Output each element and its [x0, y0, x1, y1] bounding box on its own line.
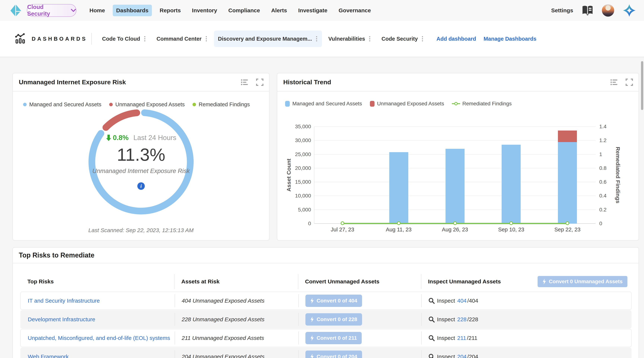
tab-menu-icon[interactable] [205, 36, 208, 42]
list-view-icon[interactable] [241, 79, 248, 86]
docs-book-icon[interactable] [582, 5, 593, 16]
exposure-risk-value: 11.3% [117, 145, 165, 165]
inspect-count-link[interactable]: 204 [457, 353, 466, 358]
risk-name-link[interactable]: Unpatched, Misconfigured, and end-of-lif… [28, 335, 170, 341]
info-icon[interactable]: i [137, 182, 145, 190]
fullscreen-icon[interactable] [626, 79, 633, 86]
add-dashboard-link[interactable]: Add dashboard [436, 36, 476, 42]
convert-row-button[interactable]: Convert 0 of 204 [306, 350, 362, 358]
risk-row: Web Framework 204 Unmanaged Exposed Asse… [20, 347, 632, 358]
lightning-icon [542, 279, 546, 284]
settings-link[interactable]: Settings [551, 7, 573, 14]
nav-item-dashboards[interactable]: Dashboards [113, 5, 152, 16]
risks-table-header: Top Risks Assets at Risk Convert Unmanag… [20, 272, 632, 291]
inspect-count-link[interactable]: 404 [457, 298, 466, 304]
trend-card-header: Historical Trend [277, 73, 638, 91]
nav-right: Settings [551, 4, 636, 17]
top-nav: Cloud Security Home Dashboards Reports I… [0, 0, 644, 21]
nav-item-inventory[interactable]: Inventory [188, 5, 220, 16]
dashboard-tab-discovery-exposure[interactable]: Discovery and Exposure Managem... [214, 31, 322, 47]
exposure-card-title: Unmanaged Internet Exposure Risk [19, 79, 126, 86]
y-axis-title: Asset Count [286, 159, 292, 192]
trend-card-title: Historical Trend [283, 79, 331, 86]
scrollbar-thumb[interactable] [641, 61, 643, 110]
magnifier-icon [428, 316, 435, 322]
product-name: Cloud Security [27, 4, 68, 17]
nav-item-investigate[interactable]: Investigate [295, 5, 331, 16]
manage-dashboards-link[interactable]: Manage Dashboards [484, 36, 536, 42]
chevron-down-icon [71, 9, 76, 12]
inspect-label: Inspect [437, 298, 455, 304]
tab-menu-icon[interactable] [144, 36, 146, 42]
trend-plot: 05,00010,00015,00020,00025,00030,00035,0… [314, 127, 596, 224]
nav-item-home[interactable]: Home [86, 5, 108, 16]
magnifier-icon [428, 353, 435, 358]
inspect-count-link[interactable]: 211 [457, 335, 466, 341]
convert-row-button[interactable]: Convert 0 of 211 [306, 332, 362, 344]
avatar[interactable] [602, 4, 614, 17]
lightning-icon [310, 335, 314, 341]
nav-item-compliance[interactable]: Compliance [225, 5, 263, 16]
exposure-card-header: Unmanaged Internet Exposure Risk [13, 73, 269, 91]
legend-item: Unmanaged Exposed Assets [370, 101, 444, 107]
risk-name-link[interactable]: Web Framework [28, 353, 69, 358]
legend-square-unmanaged [370, 101, 374, 107]
dashboard-tab-command-center[interactable]: Command Center [152, 31, 212, 47]
column-header-top-risks: Top Risks [20, 272, 174, 291]
divider [91, 33, 92, 45]
dashboards-tabbar: DASHBOARDS Code To Cloud Command Center … [0, 21, 644, 57]
risk-name-link[interactable]: Development Infrastructure [28, 316, 95, 322]
convert-row-button[interactable]: Convert 0 of 404 [306, 295, 362, 307]
assets-at-risk-text: 204 Unmanaged Exposed Assets [182, 353, 264, 358]
top-risks-card: Top Risks to Remediate Top Risks Assets … [12, 247, 639, 358]
product-switcher[interactable]: Cloud Security [27, 4, 76, 17]
divider [13, 263, 638, 263]
main-nav: Home Dashboards Reports Inventory Compli… [86, 5, 374, 16]
tab-menu-icon[interactable] [368, 36, 371, 42]
inspect-count-link[interactable]: 228 [457, 316, 466, 322]
assistant-sparkle-icon[interactable] [623, 4, 636, 17]
magnifier-icon [428, 335, 435, 341]
nav-item-alerts[interactable]: Alerts [268, 5, 290, 16]
exposure-risk-card: Unmanaged Internet Exposure Risk [12, 73, 270, 240]
inspect-label: Inspect [437, 316, 455, 322]
tab-menu-icon[interactable] [421, 36, 424, 42]
assets-at-risk-text: 404 Unmanaged Exposed Assets [182, 298, 264, 304]
page: Cloud Security Home Dashboards Reports I… [0, 0, 644, 358]
assets-at-risk-text: 228 Unmanaged Exposed Assets [182, 316, 264, 322]
legend-square-managed [285, 101, 290, 107]
exposure-risk-label: Unmanaged Internet Exposure Risk [92, 167, 190, 175]
legend-line-marker-remediated [452, 101, 460, 106]
risk-row: Unpatched, Misconfigured, and end-of-lif… [20, 329, 632, 347]
risk-name-link[interactable]: IT and Security Infrastructure [28, 298, 100, 304]
brand-logo-icon[interactable] [10, 4, 22, 17]
list-view-icon[interactable] [610, 79, 618, 86]
last-scanned-text: Last Scanned: Sep 22, 2023, 12:15:13 AM [13, 227, 269, 233]
dashboards-chart-icon [14, 33, 26, 45]
risk-row: IT and Security Infrastructure 404 Unman… [20, 292, 632, 310]
legend-item: Remediated Findings [192, 101, 250, 108]
fullscreen-icon[interactable] [256, 79, 264, 86]
column-header-assets-at-risk: Assets at Risk [174, 272, 298, 291]
delta-row: 0.8% Last 24 Hours [106, 134, 176, 142]
convert-row-button[interactable]: Convert 0 of 228 [306, 313, 362, 325]
nav-item-reports[interactable]: Reports [156, 5, 184, 16]
legend-item: Managed and Secured Assets [285, 101, 362, 107]
arrow-down-icon [106, 134, 112, 141]
nav-item-governance[interactable]: Governance [335, 5, 374, 16]
legend-dot-managed [23, 103, 27, 106]
convert-all-button[interactable]: Convert 0 Unmanaged Assets [538, 276, 628, 287]
assets-at-risk-text: 211 Unmanaged Exposed Assets [182, 335, 264, 341]
dashboard-tab-code-security[interactable]: Code Security [377, 31, 428, 47]
dashboard-tab-vulnerabilities[interactable]: Vulnerabilities [324, 31, 375, 47]
lightning-icon [310, 317, 314, 322]
column-header-convert: Convert Unmanaged Assets [298, 272, 421, 291]
delta-period: Last 24 Hours [134, 134, 176, 142]
historical-trend-card: Historical Trend Managed [277, 73, 639, 240]
page-scrollbar[interactable] [641, 0, 644, 358]
magnifier-icon [428, 298, 435, 304]
tab-menu-icon[interactable] [315, 36, 318, 42]
inspect-label: Inspect [437, 335, 455, 341]
dashboard-tab-code-to-cloud[interactable]: Code To Cloud [98, 31, 150, 47]
inspect-label: Inspect [437, 353, 455, 358]
